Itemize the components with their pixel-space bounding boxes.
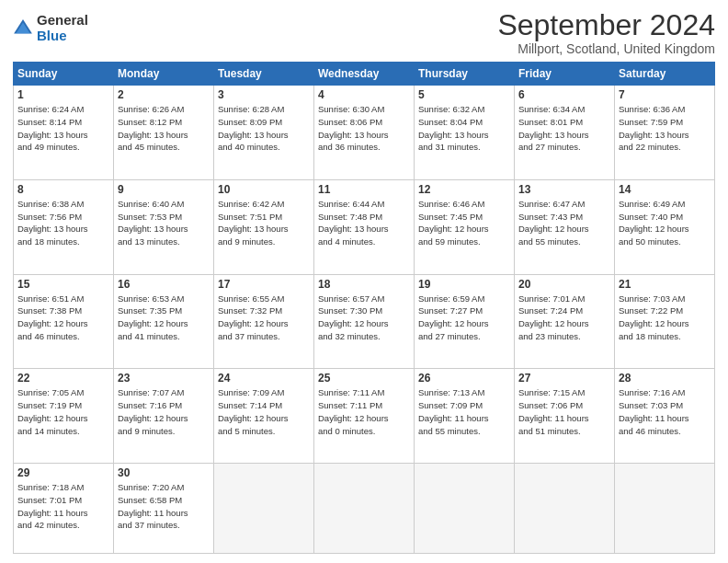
- day-info: Sunrise: 7:07 AMSunset: 7:16 PMDaylight:…: [118, 386, 210, 437]
- table-row: 15Sunrise: 6:51 AMSunset: 7:38 PMDayligh…: [14, 274, 114, 369]
- day-number: 21: [619, 278, 711, 291]
- table-row: 18Sunrise: 6:57 AMSunset: 7:30 PMDayligh…: [314, 274, 415, 369]
- table-row: 20Sunrise: 7:01 AMSunset: 7:24 PMDayligh…: [515, 274, 615, 369]
- logo-icon: [13, 18, 33, 39]
- day-number: 15: [17, 278, 109, 291]
- day-info: Sunrise: 6:26 AMSunset: 8:12 PMDaylight:…: [118, 103, 210, 154]
- header-wednesday: Wednesday: [314, 63, 415, 86]
- header-monday: Monday: [114, 63, 214, 86]
- day-number: 11: [318, 183, 410, 196]
- header-friday: Friday: [515, 63, 615, 86]
- day-info: Sunrise: 6:44 AMSunset: 7:48 PMDaylight:…: [318, 198, 410, 248]
- logo-general-text: General: [37, 13, 88, 29]
- header-thursday: Thursday: [415, 63, 515, 86]
- day-number: 12: [418, 183, 510, 196]
- day-number: 26: [418, 372, 510, 385]
- day-number: 7: [619, 88, 711, 101]
- table-row: 7Sunrise: 6:36 AMSunset: 7:59 PMDaylight…: [615, 86, 715, 180]
- day-number: 1: [17, 88, 109, 101]
- header-sunday: Sunday: [14, 63, 114, 86]
- day-number: 18: [318, 278, 410, 291]
- day-number: 6: [518, 88, 610, 101]
- table-row: 4Sunrise: 6:30 AMSunset: 8:06 PMDaylight…: [314, 86, 415, 180]
- day-info: Sunrise: 6:55 AMSunset: 7:32 PMDaylight:…: [218, 293, 310, 343]
- day-info: Sunrise: 7:09 AMSunset: 7:14 PMDaylight:…: [218, 386, 310, 437]
- table-row: 28Sunrise: 7:16 AMSunset: 7:03 PMDayligh…: [615, 369, 715, 464]
- table-row: 11Sunrise: 6:44 AMSunset: 7:48 PMDayligh…: [314, 179, 415, 274]
- table-row: 1Sunrise: 6:24 AMSunset: 8:14 PMDaylight…: [14, 86, 114, 180]
- day-number: 19: [418, 278, 510, 291]
- day-number: 20: [518, 278, 610, 291]
- table-row: 8Sunrise: 6:38 AMSunset: 7:56 PMDaylight…: [14, 179, 114, 274]
- table-row: [415, 464, 515, 554]
- header: General Blue September 2024 Millport, Sc…: [13, 9, 715, 56]
- table-row: 17Sunrise: 6:55 AMSunset: 7:32 PMDayligh…: [214, 274, 314, 369]
- table-row: [515, 464, 615, 554]
- day-number: 8: [17, 183, 109, 196]
- day-number: 27: [518, 372, 610, 385]
- table-row: [314, 464, 415, 554]
- logo-blue-text: Blue: [37, 29, 88, 44]
- day-info: Sunrise: 6:32 AMSunset: 8:04 PMDaylight:…: [418, 103, 510, 154]
- day-number: 5: [418, 88, 510, 101]
- day-number: 9: [118, 183, 210, 196]
- month-title: September 2024: [497, 9, 715, 41]
- table-row: 9Sunrise: 6:40 AMSunset: 7:53 PMDaylight…: [114, 179, 214, 274]
- day-number: 2: [118, 88, 210, 101]
- day-info: Sunrise: 7:13 AMSunset: 7:09 PMDaylight:…: [418, 386, 510, 437]
- day-info: Sunrise: 6:42 AMSunset: 7:51 PMDaylight:…: [218, 198, 310, 248]
- day-info: Sunrise: 7:15 AMSunset: 7:06 PMDaylight:…: [518, 386, 610, 437]
- day-info: Sunrise: 6:40 AMSunset: 7:53 PMDaylight:…: [118, 198, 210, 248]
- table-row: 2Sunrise: 6:26 AMSunset: 8:12 PMDaylight…: [114, 86, 214, 180]
- location-subtitle: Millport, Scotland, United Kingdom: [497, 41, 715, 56]
- day-info: Sunrise: 7:05 AMSunset: 7:19 PMDaylight:…: [17, 386, 109, 437]
- table-row: 12Sunrise: 6:46 AMSunset: 7:45 PMDayligh…: [415, 179, 515, 274]
- logo: General Blue: [13, 13, 88, 43]
- day-number: 22: [17, 372, 109, 385]
- day-number: 23: [118, 372, 210, 385]
- table-row: 10Sunrise: 6:42 AMSunset: 7:51 PMDayligh…: [214, 179, 314, 274]
- table-row: 29Sunrise: 7:18 AMSunset: 7:01 PMDayligh…: [14, 464, 114, 554]
- day-info: Sunrise: 7:18 AMSunset: 7:01 PMDaylight:…: [17, 481, 109, 532]
- header-tuesday: Tuesday: [214, 63, 314, 86]
- day-info: Sunrise: 6:24 AMSunset: 8:14 PMDaylight:…: [17, 103, 109, 154]
- table-row: 26Sunrise: 7:13 AMSunset: 7:09 PMDayligh…: [415, 369, 515, 464]
- table-row: 6Sunrise: 6:34 AMSunset: 8:01 PMDaylight…: [515, 86, 615, 180]
- table-row: 22Sunrise: 7:05 AMSunset: 7:19 PMDayligh…: [14, 369, 114, 464]
- logo-text: General Blue: [37, 13, 88, 43]
- day-info: Sunrise: 6:57 AMSunset: 7:30 PMDaylight:…: [318, 293, 410, 343]
- day-number: 29: [17, 466, 109, 479]
- table-row: 30Sunrise: 7:20 AMSunset: 6:58 PMDayligh…: [114, 464, 214, 554]
- table-row: [214, 464, 314, 554]
- table-row: 5Sunrise: 6:32 AMSunset: 8:04 PMDaylight…: [415, 86, 515, 180]
- header-saturday: Saturday: [615, 63, 715, 86]
- table-row: 25Sunrise: 7:11 AMSunset: 7:11 PMDayligh…: [314, 369, 415, 464]
- day-number: 16: [118, 278, 210, 291]
- day-info: Sunrise: 6:47 AMSunset: 7:43 PMDaylight:…: [518, 198, 610, 248]
- day-number: 13: [518, 183, 610, 196]
- title-block: September 2024 Millport, Scotland, Unite…: [497, 9, 715, 56]
- day-info: Sunrise: 6:38 AMSunset: 7:56 PMDaylight:…: [17, 198, 109, 248]
- calendar-table: Sunday Monday Tuesday Wednesday Thursday…: [13, 62, 715, 554]
- day-info: Sunrise: 6:51 AMSunset: 7:38 PMDaylight:…: [17, 293, 109, 343]
- day-info: Sunrise: 6:53 AMSunset: 7:35 PMDaylight:…: [118, 293, 210, 343]
- day-number: 14: [619, 183, 711, 196]
- table-row: 23Sunrise: 7:07 AMSunset: 7:16 PMDayligh…: [114, 369, 214, 464]
- header-row: Sunday Monday Tuesday Wednesday Thursday…: [14, 63, 715, 86]
- day-number: 17: [218, 278, 310, 291]
- day-info: Sunrise: 6:28 AMSunset: 8:09 PMDaylight:…: [218, 103, 310, 154]
- day-number: 25: [318, 372, 410, 385]
- day-number: 30: [118, 466, 210, 479]
- table-row: 27Sunrise: 7:15 AMSunset: 7:06 PMDayligh…: [515, 369, 615, 464]
- table-row: 14Sunrise: 6:49 AMSunset: 7:40 PMDayligh…: [615, 179, 715, 274]
- day-info: Sunrise: 7:16 AMSunset: 7:03 PMDaylight:…: [619, 386, 711, 437]
- day-number: 24: [218, 372, 310, 385]
- table-row: 3Sunrise: 6:28 AMSunset: 8:09 PMDaylight…: [214, 86, 314, 180]
- day-number: 4: [318, 88, 410, 101]
- table-row: 19Sunrise: 6:59 AMSunset: 7:27 PMDayligh…: [415, 274, 515, 369]
- day-info: Sunrise: 6:34 AMSunset: 8:01 PMDaylight:…: [518, 103, 610, 154]
- table-row: 13Sunrise: 6:47 AMSunset: 7:43 PMDayligh…: [515, 179, 615, 274]
- day-number: 10: [218, 183, 310, 196]
- day-info: Sunrise: 7:03 AMSunset: 7:22 PMDaylight:…: [619, 293, 711, 343]
- day-info: Sunrise: 7:20 AMSunset: 6:58 PMDaylight:…: [118, 481, 210, 532]
